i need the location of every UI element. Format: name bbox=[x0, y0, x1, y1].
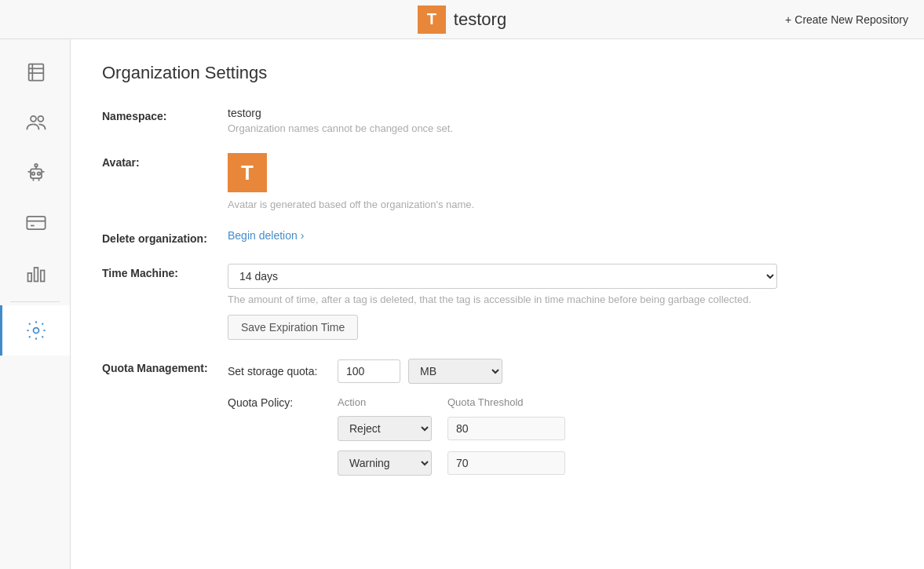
org-logo: T bbox=[418, 5, 446, 34]
policy-row-warning: Reject Warning bbox=[338, 450, 565, 476]
storage-quota-input[interactable] bbox=[338, 359, 400, 383]
header-brand: T testorg bbox=[418, 5, 506, 34]
sidebar-item-usage[interactable] bbox=[0, 248, 70, 298]
namespace-value: testorg bbox=[228, 107, 893, 119]
sidebar-item-billing[interactable] bbox=[0, 198, 70, 248]
svg-rect-19 bbox=[35, 268, 38, 282]
policy-table: Action Quota Threshold Reject Warning bbox=[338, 396, 565, 485]
repository-icon bbox=[25, 61, 47, 83]
begin-deletion-link[interactable]: Begin deletion › bbox=[228, 229, 893, 242]
avatar-label: Avatar: bbox=[102, 153, 228, 169]
avatar-value-container: T Avatar is generated based off the orga… bbox=[228, 153, 893, 210]
begin-deletion-text: Begin deletion bbox=[228, 229, 298, 242]
sidebar-divider bbox=[10, 301, 59, 302]
storage-unit-select[interactable]: MB GB TB bbox=[408, 359, 502, 384]
svg-point-10 bbox=[35, 164, 38, 167]
namespace-hint: Organization names cannot be changed onc… bbox=[228, 122, 893, 134]
time-machine-row: Time Machine: 14 days 1 day 7 days 30 da… bbox=[102, 264, 893, 340]
save-expiration-button[interactable]: Save Expiration Time bbox=[228, 315, 358, 340]
delete-org-row: Delete organization: Begin deletion › bbox=[102, 229, 893, 245]
org-name: testorg bbox=[454, 9, 506, 30]
policy-action-select-warning[interactable]: Reject Warning bbox=[338, 450, 432, 476]
quota-management-row: Quota Management: Set storage quota: MB … bbox=[102, 359, 893, 491]
sidebar-item-teams[interactable] bbox=[0, 97, 70, 148]
svg-rect-15 bbox=[27, 217, 45, 229]
sidebar-item-repositories[interactable] bbox=[0, 47, 70, 97]
policy-headers: Action Quota Threshold bbox=[338, 396, 565, 408]
sidebar bbox=[0, 39, 71, 569]
quota-value-container: Set storage quota: MB GB TB Quota Policy… bbox=[228, 359, 893, 491]
create-repo-label: Create New Repository bbox=[794, 13, 908, 26]
policy-threshold-input-warning[interactable] bbox=[447, 451, 565, 475]
action-column-header: Action bbox=[338, 396, 432, 408]
time-machine-select[interactable]: 14 days 1 day 7 days 30 days 90 days bbox=[228, 264, 777, 289]
storage-quota-row: Set storage quota: MB GB TB bbox=[228, 359, 893, 384]
time-machine-hint: The amount of time, after a tag is delet… bbox=[228, 294, 893, 305]
robot-icon bbox=[25, 162, 47, 184]
avatar: T bbox=[228, 153, 267, 192]
namespace-row: Namespace: testorg Organization names ca… bbox=[102, 107, 893, 134]
policy-row-reject: Reject Warning bbox=[338, 416, 565, 441]
delete-label: Delete organization: bbox=[102, 229, 228, 245]
quota-label: Quota Management: bbox=[102, 359, 228, 374]
threshold-column-header: Quota Threshold bbox=[447, 396, 565, 408]
page-title: Organization Settings bbox=[102, 63, 893, 83]
billing-icon bbox=[25, 212, 47, 234]
header: T testorg + Create New Repository bbox=[0, 0, 924, 39]
svg-rect-20 bbox=[41, 271, 45, 282]
svg-point-4 bbox=[31, 116, 36, 122]
quota-policy-section: Quota Policy: Action Quota Threshold Rej… bbox=[228, 396, 893, 485]
usage-icon bbox=[25, 262, 47, 284]
namespace-label: Namespace: bbox=[102, 107, 228, 122]
quota-policy-label: Quota Policy: bbox=[228, 396, 330, 409]
time-machine-value-container: 14 days 1 day 7 days 30 days 90 days The… bbox=[228, 264, 893, 340]
svg-rect-18 bbox=[28, 273, 32, 282]
svg-point-5 bbox=[38, 116, 43, 122]
svg-point-7 bbox=[32, 172, 35, 175]
svg-point-21 bbox=[34, 328, 39, 334]
chevron-right-icon: › bbox=[301, 229, 305, 242]
plus-icon: + bbox=[785, 13, 791, 26]
sidebar-item-settings[interactable] bbox=[0, 305, 70, 356]
main-layout: Organization Settings Namespace: testorg… bbox=[0, 39, 924, 569]
create-repo-button[interactable]: + Create New Repository bbox=[785, 13, 908, 26]
sidebar-item-robots[interactable] bbox=[0, 148, 70, 198]
svg-rect-0 bbox=[29, 64, 44, 81]
policy-threshold-input-reject[interactable] bbox=[447, 417, 565, 440]
avatar-hint: Avatar is generated based off the organi… bbox=[228, 199, 893, 210]
main-content: Organization Settings Namespace: testorg… bbox=[71, 39, 924, 569]
svg-point-8 bbox=[38, 172, 41, 175]
time-machine-label: Time Machine: bbox=[102, 264, 228, 279]
set-storage-label: Set storage quota: bbox=[228, 365, 330, 378]
avatar-row: Avatar: T Avatar is generated based off … bbox=[102, 153, 893, 210]
namespace-value-container: testorg Organization names cannot be cha… bbox=[228, 107, 893, 134]
policy-action-select-reject[interactable]: Reject Warning bbox=[338, 416, 432, 441]
delete-value-container: Begin deletion › bbox=[228, 229, 893, 242]
settings-icon bbox=[25, 319, 47, 341]
teams-icon bbox=[25, 111, 47, 133]
